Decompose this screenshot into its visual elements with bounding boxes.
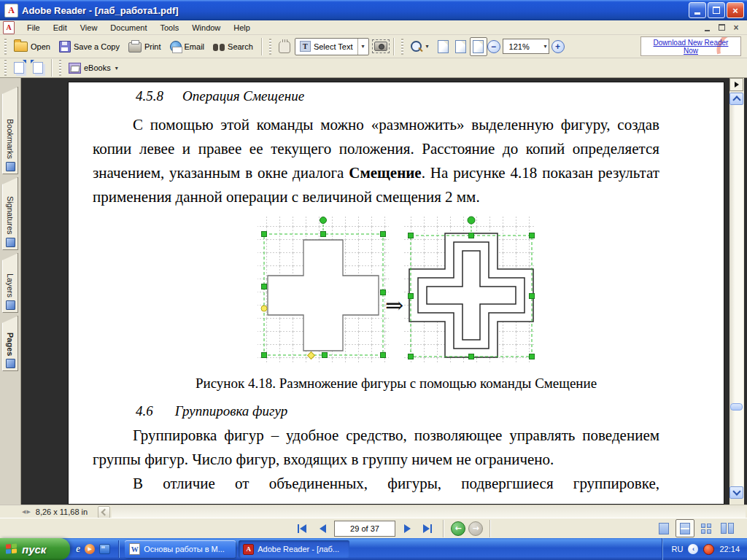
zoom-level-combo[interactable]: 121% ▾ (503, 39, 549, 54)
minimize-icon (694, 12, 700, 15)
taskbar-divider (118, 540, 120, 558)
hand-tool-button[interactable] (274, 36, 295, 56)
menu-document[interactable]: Document (104, 22, 153, 34)
title-bar: A Adobe Reader - [лаб_работа1.pdf] × (0, 0, 747, 20)
previous-view-button[interactable] (9, 59, 28, 77)
print-button[interactable]: Print (124, 37, 166, 55)
page-size-label: 8,26 x 11,68 in (36, 508, 88, 516)
scroll-down-button[interactable] (729, 486, 743, 499)
menu-view[interactable]: View (74, 22, 104, 34)
restore-button[interactable] (708, 2, 725, 18)
chevron-down-icon (732, 487, 740, 495)
menu-tools[interactable]: Tools (154, 22, 186, 34)
select-text-dropdown[interactable]: ▾ (357, 39, 368, 55)
download-new-reader-ad[interactable]: Download New Reader Now (640, 36, 741, 56)
doc-restore-button[interactable] (715, 22, 728, 33)
first-page-icon (300, 524, 306, 533)
actual-size-button[interactable] (435, 37, 452, 56)
download-link-line1[interactable]: Download New Reader (654, 39, 729, 47)
last-page-button[interactable] (419, 521, 436, 537)
ebooks-icon (69, 63, 81, 74)
page-number-field[interactable]: 29 of 37 (334, 521, 395, 537)
minimize-button[interactable] (689, 2, 706, 18)
language-indicator[interactable]: RU (672, 545, 684, 553)
vertical-scroll-thumb[interactable] (730, 403, 743, 411)
paragraph-grouping-cont: В отличие от объединенных, фигуры, подве… (93, 472, 659, 496)
search-button[interactable]: Search (209, 39, 258, 55)
next-page-icon (404, 524, 411, 533)
zoom-in-tool-button[interactable]: ▾ (406, 38, 435, 55)
facing-button[interactable] (718, 519, 737, 537)
tab-pages[interactable]: Pages (2, 316, 18, 371)
magnifier-icon (411, 41, 422, 52)
scroll-up-button[interactable] (729, 93, 743, 105)
floppy-disk-icon (59, 41, 71, 52)
pdf-document-icon: A (3, 21, 15, 34)
menu-window[interactable]: Window (185, 22, 227, 34)
tab-signatures[interactable]: Signatures (2, 177, 18, 250)
snapshot-tool-button[interactable] (372, 39, 390, 53)
task-adobe-reader[interactable]: A Adobe Reader - [лаб... (239, 540, 349, 558)
single-page-button[interactable] (654, 519, 673, 537)
continuous-button[interactable] (676, 519, 694, 537)
page-icon (438, 40, 449, 53)
fit-width-button[interactable] (470, 37, 487, 56)
previous-view-button[interactable]: ← (451, 521, 465, 536)
toolbar-grip[interactable] (59, 60, 61, 76)
toolbar-grip[interactable] (401, 39, 403, 55)
ebooks-button[interactable]: eBooks ▾ (64, 60, 124, 77)
open-button[interactable]: Open (9, 39, 55, 55)
tab-bookmarks[interactable]: Bookmarks (2, 87, 18, 174)
menu-edit[interactable]: Edit (47, 22, 74, 34)
document-pane: Bookmarks Signatures Layers Pages 4.5.8О… (0, 78, 747, 505)
tray-collapse-icon[interactable]: ‹ (688, 544, 698, 554)
vertical-scrollbar (729, 78, 744, 505)
save-a-copy-button[interactable]: Save a Copy (55, 38, 124, 55)
horizontal-scroll-track[interactable] (112, 506, 746, 518)
figure-diagram: ⇒ (254, 214, 538, 367)
media-player-icon[interactable]: ▶ (85, 544, 95, 554)
zoom-in-button[interactable]: + (551, 40, 565, 53)
select-text-button[interactable]: T Select Text (295, 39, 357, 55)
next-view-button[interactable]: → (468, 521, 483, 536)
download-link-line2[interactable]: Now (684, 47, 698, 55)
tab-layers[interactable]: Layers (2, 253, 18, 313)
continuous-facing-button[interactable] (697, 519, 716, 537)
facing-icon (721, 523, 734, 534)
start-button[interactable]: пуск (0, 538, 70, 560)
toolbar-grip[interactable] (269, 39, 271, 55)
tray-app-icon[interactable] (703, 544, 714, 555)
menu-file[interactable]: File (20, 22, 47, 34)
quick-launch-app-icon[interactable] (99, 544, 110, 554)
chevron-down-icon: ▾ (425, 43, 430, 50)
task-word-document[interactable]: W Основы работы в М... (125, 540, 236, 558)
section-heading-4-6: 4.6Группировка фигур (136, 403, 724, 419)
scrollbar-corner (729, 499, 743, 505)
doc-minimize-button[interactable] (700, 22, 713, 33)
previous-page-button[interactable] (314, 521, 331, 537)
transform-arrow: ⇒ (385, 292, 403, 318)
internet-explorer-icon[interactable]: e (76, 543, 80, 555)
signatures-icon (6, 238, 15, 247)
scrollbar-options-button[interactable] (729, 78, 743, 91)
figure-4-18: ⇒ (254, 214, 538, 368)
doc-close-button[interactable]: × (729, 22, 743, 33)
menu-help[interactable]: Help (227, 22, 257, 34)
pdf-page[interactable]: 4.5.8Операция Смещение С помощью этой ко… (68, 82, 724, 505)
binoculars-icon (213, 44, 225, 52)
toolbar-grip[interactable] (4, 60, 7, 76)
pages-icon (6, 359, 15, 368)
scroll-left-button[interactable] (98, 506, 110, 518)
fit-page-button[interactable] (452, 37, 470, 56)
vertical-scroll-track[interactable] (729, 105, 743, 486)
email-button[interactable]: Email (166, 38, 209, 55)
pane-splitter-icon[interactable]: ◀▶ (22, 509, 31, 515)
back-arrow-icon: ← (454, 524, 461, 533)
status-bar: ◀▶ 8,26 x 11,68 in (0, 505, 747, 518)
toolbar-grip[interactable] (4, 39, 7, 55)
close-button[interactable]: × (727, 2, 744, 18)
next-page-button[interactable] (398, 521, 416, 537)
next-view-button[interactable] (28, 59, 47, 77)
zoom-out-button[interactable]: − (487, 40, 500, 53)
first-page-button[interactable] (293, 521, 311, 537)
